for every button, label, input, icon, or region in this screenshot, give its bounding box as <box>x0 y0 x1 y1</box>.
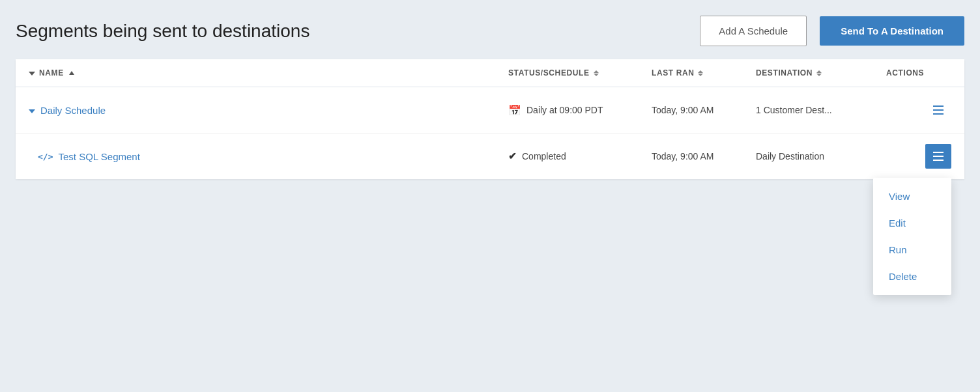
test-sql-segment-link[interactable]: Test SQL Segment <box>58 151 139 162</box>
sort-icon-destination <box>816 70 822 76</box>
table-header: NAME STATUS/SCHEDULE LAST RAN DESTINA <box>16 59 964 87</box>
status-cell: 📅 Daily at 09:00 PDT <box>508 104 652 117</box>
column-header-name[interactable]: NAME <box>29 68 508 77</box>
row-name-cell: </> Test SQL Segment <box>29 151 508 162</box>
status-text: Completed <box>522 151 566 161</box>
chevron-down-icon <box>29 68 35 77</box>
page-header: Segments being sent to destinations Add … <box>16 16 964 46</box>
segments-table: NAME STATUS/SCHEDULE LAST RAN DESTINA <box>16 59 964 179</box>
last-ran-cell: Today, 9:00 AM <box>652 105 756 115</box>
page-title: Segments being sent to destinations <box>16 21 687 42</box>
column-header-actions: ACTIONS <box>886 68 951 77</box>
status-cell: ✔ Completed <box>508 150 652 162</box>
check-icon: ✔ <box>508 150 517 162</box>
row-menu-button-active[interactable] <box>925 144 951 169</box>
actions-cell <box>886 144 951 169</box>
chevron-down-icon <box>29 104 35 116</box>
destination-cell: Daily Destination <box>756 151 886 161</box>
row-menu-button[interactable] <box>925 98 951 122</box>
last-ran-cell: Today, 9:00 AM <box>652 151 756 161</box>
status-text: Daily at 09:00 PDT <box>526 105 603 115</box>
destination-cell: 1 Customer Dest... <box>756 105 886 115</box>
hamburger-icon <box>933 152 944 161</box>
code-icon: </> <box>29 152 53 161</box>
calendar-icon: 📅 <box>508 104 521 117</box>
dropdown-delete[interactable]: Delete <box>873 263 951 290</box>
hamburger-icon <box>933 105 944 115</box>
sort-icon-last-ran <box>698 70 703 76</box>
column-header-destination[interactable]: DESTINATION <box>756 68 886 77</box>
table-row: </> Test SQL Segment ✔ Completed Today, … <box>16 133 964 179</box>
row-name-cell: Daily Schedule <box>29 104 508 116</box>
dropdown-view[interactable]: View <box>873 183 951 210</box>
add-schedule-button[interactable]: Add A Schedule <box>700 16 807 46</box>
sort-icon-status <box>594 70 599 76</box>
actions-cell <box>886 98 951 122</box>
actions-dropdown-menu: View Edit Run Delete <box>873 178 951 295</box>
table-row: Daily Schedule 📅 Daily at 09:00 PDT Toda… <box>16 87 964 133</box>
sort-asc-icon <box>69 71 74 75</box>
dropdown-edit[interactable]: Edit <box>873 210 951 236</box>
send-to-destination-button[interactable]: Send To A Destination <box>820 16 964 46</box>
column-header-status[interactable]: STATUS/SCHEDULE <box>508 68 652 77</box>
daily-schedule-link[interactable]: Daily Schedule <box>40 105 106 116</box>
dropdown-run[interactable]: Run <box>873 236 951 263</box>
column-header-last-ran[interactable]: LAST RAN <box>652 68 756 77</box>
